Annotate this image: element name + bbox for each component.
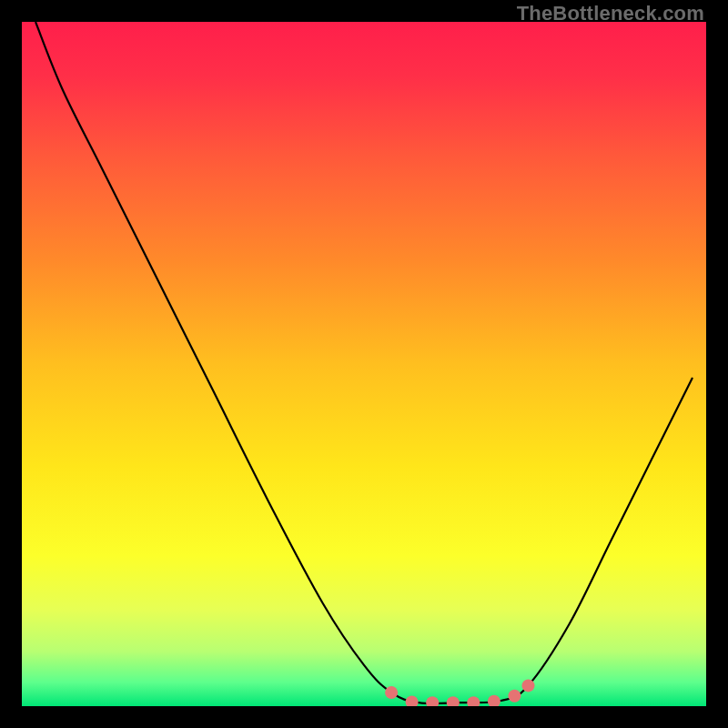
marker-dot: [508, 690, 521, 703]
marker-dot: [406, 696, 419, 707]
marker-dot: [522, 679, 535, 692]
highlight-markers: [385, 679, 534, 706]
marker-dot: [467, 696, 480, 706]
chart-canvas: [22, 22, 706, 706]
chart-frame: [22, 22, 706, 706]
marker-dot: [488, 695, 500, 706]
marker-dot: [447, 696, 460, 706]
bottleneck-curve: [35, 22, 693, 703]
marker-dot: [426, 696, 439, 706]
gradient-background: [22, 22, 706, 706]
marker-dot: [385, 686, 398, 699]
